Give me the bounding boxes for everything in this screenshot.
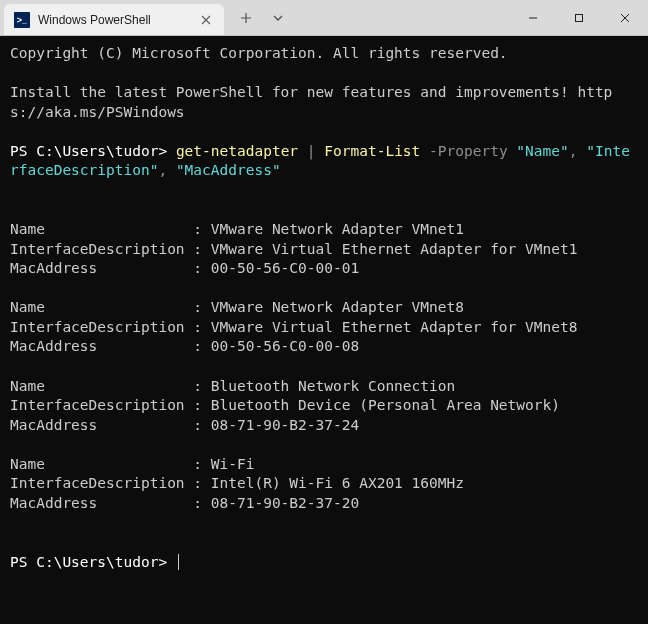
adapter-name: Name : VMware Network Adapter VMnet8 <box>10 299 464 315</box>
cmd-comma: , <box>569 143 586 159</box>
adapter-description: InterfaceDescription : Intel(R) Wi-Fi 6 … <box>10 475 464 491</box>
maximize-button[interactable] <box>556 0 602 35</box>
cmd-pipe: | <box>298 143 324 159</box>
install-message: Install the latest PowerShell for new fe… <box>10 84 612 120</box>
tab-powershell[interactable]: >_ Windows PowerShell <box>4 4 224 35</box>
prompt-path: PS C:\Users\tudor> <box>10 143 176 159</box>
chevron-down-icon <box>272 12 284 24</box>
tab-title: Windows PowerShell <box>38 13 190 27</box>
cmd-property-flag: -Property <box>420 143 516 159</box>
adapter-description: InterfaceDescription : VMware Virtual Et… <box>10 319 577 335</box>
plus-icon <box>240 12 252 24</box>
cmd-format-list: Format-List <box>324 143 420 159</box>
adapter-description: InterfaceDescription : VMware Virtual Et… <box>10 241 577 257</box>
minimize-button[interactable] <box>510 0 556 35</box>
minimize-icon <box>528 13 538 23</box>
terminal-output[interactable]: Copyright (C) Microsoft Corporation. All… <box>0 36 648 624</box>
adapter-name: Name : VMware Network Adapter VMnet1 <box>10 221 464 237</box>
prompt-path: PS C:\Users\tudor> <box>10 554 176 570</box>
titlebar: >_ Windows PowerShell <box>0 0 648 36</box>
tab-dropdown-button[interactable] <box>264 4 292 32</box>
new-tab-button[interactable] <box>232 4 260 32</box>
copyright-line: Copyright (C) Microsoft Corporation. All… <box>10 45 508 61</box>
window-controls <box>510 0 648 35</box>
close-window-button[interactable] <box>602 0 648 35</box>
maximize-icon <box>574 13 584 23</box>
adapter-description: InterfaceDescription : Bluetooth Device … <box>10 397 560 413</box>
cmd-comma: , <box>158 162 175 178</box>
adapter-name: Name : Bluetooth Network Connection <box>10 378 455 394</box>
cursor <box>178 554 179 570</box>
cmd-arg-macaddress: "MacAddress" <box>176 162 281 178</box>
adapter-mac: MacAddress : 08-71-90-B2-37-20 <box>10 495 359 511</box>
powershell-icon: >_ <box>14 12 30 28</box>
close-icon <box>620 13 630 23</box>
cmd-get-netadapter: get-netadapter <box>176 143 298 159</box>
app-window: >_ Windows PowerShell Cop <box>0 0 648 624</box>
tab-close-button[interactable] <box>198 12 214 28</box>
adapter-mac: MacAddress : 00-50-56-C0-00-08 <box>10 338 359 354</box>
close-icon <box>201 15 211 25</box>
adapter-name: Name : Wi-Fi <box>10 456 254 472</box>
adapter-mac: MacAddress : 00-50-56-C0-00-01 <box>10 260 359 276</box>
tab-actions <box>224 0 300 35</box>
cmd-arg-name: "Name" <box>516 143 568 159</box>
adapter-mac: MacAddress : 08-71-90-B2-37-24 <box>10 417 359 433</box>
svg-rect-0 <box>576 14 583 21</box>
